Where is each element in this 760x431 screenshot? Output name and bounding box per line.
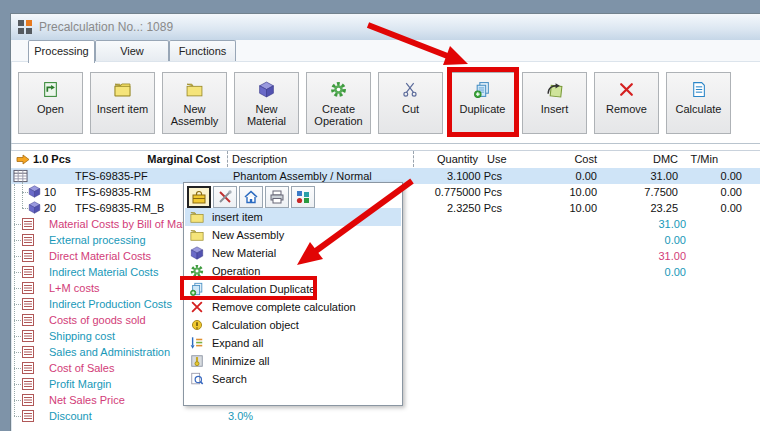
header-use[interactable]: Use <box>487 152 507 167</box>
printer-icon <box>269 189 285 205</box>
cost-line-icon <box>22 282 34 294</box>
tab-view-label: View <box>120 45 144 57</box>
precalculation-window: Precalculation No..: 1089 Processing Vie… <box>0 0 760 431</box>
cost-line-icon <box>22 218 34 230</box>
tree-line <box>14 184 15 416</box>
folder-icon <box>186 81 203 98</box>
cut-button-label: Cut <box>379 101 442 115</box>
list-item-label: Costs of goods sold <box>49 312 146 328</box>
list-item-label: Discount <box>49 408 92 424</box>
discount-value: 3.0% <box>228 408 253 424</box>
cube-icon <box>28 185 41 198</box>
remove-icon <box>190 300 204 314</box>
insert-button-label: Insert <box>523 101 586 115</box>
header-marginal-cost[interactable]: Marginal Cost <box>120 152 220 167</box>
list-item-label: Shipping cost <box>49 328 115 344</box>
cube-icon <box>258 81 275 98</box>
menu-item-label: Search <box>212 370 247 388</box>
minimize-all-icon <box>190 354 204 368</box>
menu-item-new-material[interactable]: New Material <box>185 244 401 262</box>
row-cost: 10.00 <box>537 184 597 200</box>
menu-item-search[interactable]: Search <box>185 370 401 388</box>
cost-line-icon <box>22 298 34 310</box>
list-item-label: Net Sales Price <box>49 392 125 408</box>
menu-item-insert-item[interactable]: insert item <box>185 208 401 226</box>
row-tmin: 0.00 <box>682 200 742 216</box>
printer-icon-button[interactable] <box>265 186 289 208</box>
menu-item-label: insert item <box>212 208 263 226</box>
tab-view[interactable]: View <box>95 40 169 61</box>
folder-icon <box>190 228 204 242</box>
tab-processing[interactable]: Processing <box>28 40 95 63</box>
toolbox-icon <box>191 189 207 205</box>
row-quantity: 0.775000 Pcs <box>412 184 502 200</box>
open-button[interactable]: Open <box>18 72 83 134</box>
row-pos: 10 <box>44 184 56 200</box>
open-icon <box>42 81 59 98</box>
list-item-label: Direct Material Costs <box>49 248 151 264</box>
list-item-dmc: 31.00 <box>626 216 686 232</box>
row-dmc: 23.25 <box>618 200 678 216</box>
row-quantity: 2.3250 Pcs <box>412 200 502 216</box>
create-operation-button[interactable]: Create Operation <box>306 72 371 134</box>
cost-line-icon <box>22 378 34 390</box>
cost-line-icon <box>22 410 34 422</box>
batch-arrow-icon <box>16 154 30 165</box>
insert-button[interactable]: Insert <box>522 72 587 134</box>
header-batch[interactable]: 1.0 Pcs <box>33 152 71 167</box>
row-id[interactable]: TFS-69835-RM <box>75 184 151 200</box>
list-item-label: Cost of Sales <box>49 360 114 376</box>
list-item-dmc: 31.00 <box>626 248 686 264</box>
home-icon <box>243 189 259 205</box>
remove-button[interactable]: Remove <box>594 72 659 134</box>
header-description[interactable]: Description <box>232 152 287 167</box>
tab-functions-label: Functions <box>179 45 227 57</box>
row-id[interactable]: TFS-69835-PF <box>75 168 148 184</box>
toolbox-icon-button[interactable] <box>187 186 211 208</box>
menu-item-new-assembly[interactable]: New Assembly <box>185 226 401 244</box>
tools-icon-button[interactable] <box>213 186 237 208</box>
header-tmin[interactable]: T/Min <box>658 152 718 167</box>
home-icon-button[interactable] <box>239 186 263 208</box>
remove-button-label: Remove <box>595 101 658 115</box>
expand-all-icon <box>190 336 204 350</box>
new-assembly-button[interactable]: New Assembly <box>162 72 227 134</box>
calculate-icon <box>690 81 707 98</box>
menu-item-calculation-object[interactable]: Calculation object <box>185 316 401 334</box>
cube-icon <box>190 246 204 260</box>
row-tmin: 0.00 <box>682 168 742 184</box>
header-cost[interactable]: Cost <box>537 152 597 167</box>
cube-icon <box>28 201 41 214</box>
header-divider <box>227 151 228 167</box>
list-item-label: Indirect Material Costs <box>49 264 158 280</box>
row-quantity: 3.1000 Pcs <box>412 168 502 184</box>
new-assembly-button-label: New Assembly <box>163 101 226 127</box>
cost-line-icon <box>22 362 34 374</box>
menu-item-remove-complete-calculation[interactable]: Remove complete calculation <box>185 298 401 316</box>
cost-line-icon <box>22 330 34 342</box>
stats-icon-button[interactable] <box>291 186 315 208</box>
gear-icon <box>330 81 347 98</box>
cut-button[interactable]: Cut <box>378 72 443 134</box>
menu-item-expand-all[interactable]: Expand all <box>185 334 401 352</box>
menu-item-label: New Assembly <box>212 226 284 244</box>
list-item-label: Sales and Administration <box>49 344 170 360</box>
row-cost: 10.00 <box>537 200 597 216</box>
row-id[interactable]: TFS-69835-RM_B <box>75 200 164 216</box>
insert-icon <box>546 81 563 98</box>
menu-item-minimize-all[interactable]: Minimize all <box>185 352 401 370</box>
row-dmc: 31.00 <box>618 168 678 184</box>
row-dmc: 7.7500 <box>618 184 678 200</box>
stats-icon <box>295 189 311 205</box>
new-material-button-label: New Material <box>235 101 298 127</box>
tab-functions[interactable]: Functions <box>169 40 236 61</box>
insert-item-button-label: Insert item <box>91 101 154 115</box>
scissors-icon <box>402 81 419 98</box>
header-quantity[interactable]: Quantity <box>437 152 478 167</box>
calculate-button[interactable]: Calculate <box>666 72 731 134</box>
insert-item-button[interactable]: Insert item <box>90 72 155 134</box>
new-material-button[interactable]: New Material <box>234 72 299 134</box>
annotation-box-calculation-duplicate <box>180 276 317 300</box>
row-tmin: 0.00 <box>682 184 742 200</box>
header-divider <box>413 151 414 167</box>
